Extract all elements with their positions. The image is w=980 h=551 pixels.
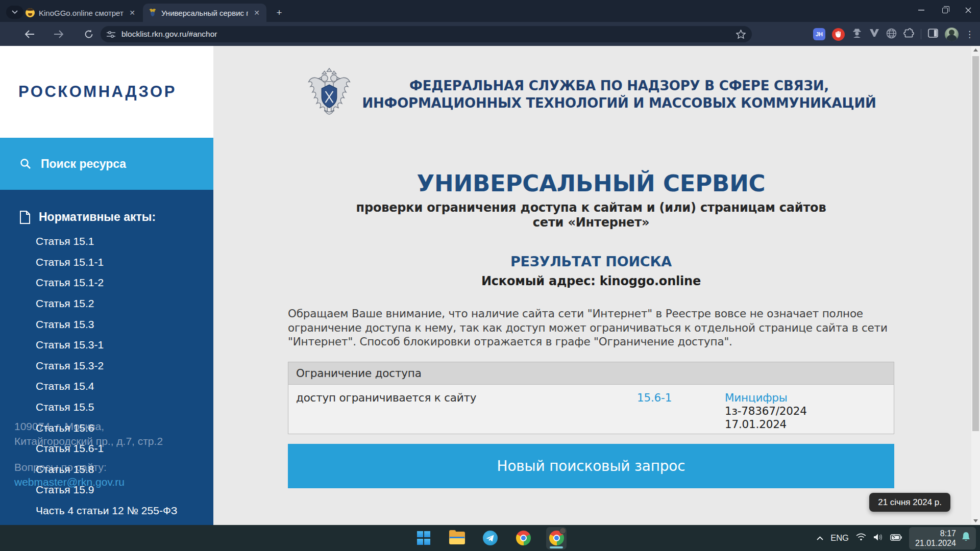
roskomnadzor-logo[interactable]: РОСКОМНАДЗОР: [0, 46, 213, 138]
sidebar-item-article[interactable]: Статья 15.8: [36, 459, 178, 480]
sidebar-item-article[interactable]: Статья 15.2: [36, 293, 178, 314]
language-indicator[interactable]: ENG: [830, 533, 849, 543]
tab-close-icon[interactable]: ✕: [252, 8, 261, 17]
document-icon: [19, 211, 31, 224]
restriction-cell: доступ ограничивается к сайту: [288, 391, 637, 434]
windows-logo-icon: [417, 531, 431, 545]
search-label: Поиск ресурса: [41, 157, 126, 171]
table-row: доступ ограничивается к сайту 15.6-1 Мин…: [288, 385, 894, 434]
sidebar-item-search[interactable]: Поиск ресурса: [0, 138, 213, 190]
chrome-icon: [516, 531, 531, 545]
back-icon: [24, 30, 35, 38]
sidebar-item-article[interactable]: Статья 15.3: [36, 314, 178, 335]
searched-address: Искомый адрес: kinoggo.online: [213, 274, 969, 288]
new-tab-button[interactable]: +: [273, 6, 286, 19]
federal-eagle-emblem: [306, 68, 353, 120]
sidebar-articles-list: Статья 15.1 Статья 15.1-1 Статья 15.1-2 …: [36, 231, 178, 521]
volume-icon[interactable]: [873, 533, 883, 543]
wifi-icon[interactable]: [856, 533, 866, 543]
forward-icon: [54, 30, 64, 38]
close-button[interactable]: [957, 0, 980, 20]
tab-close-icon[interactable]: ✕: [128, 8, 137, 17]
sidebar-item-article[interactable]: Статья 15.1-1: [36, 252, 178, 273]
browser-menu-icon[interactable]: ⋮: [965, 29, 974, 40]
blocker-hand-icon[interactable]: [832, 28, 845, 41]
sidebar-item-article[interactable]: Часть 4 статьи 12 № 255-ФЗ: [36, 500, 178, 521]
start-button[interactable]: [413, 527, 434, 549]
sidebar: РОСКОМНАДЗОР Поиск ресурса 109074, г. Мо…: [0, 46, 213, 525]
sidebar-item-article[interactable]: Статья 15.6-1: [36, 438, 178, 459]
window-controls: [910, 0, 980, 20]
result-title: РЕЗУЛЬТАТ ПОИСКА: [213, 254, 969, 269]
sidebar-item-article[interactable]: Статья 15.5: [36, 397, 178, 418]
site-settings-icon[interactable]: [107, 31, 115, 38]
extensions-row: JH ⋮: [813, 26, 974, 42]
browser-toolbar: blocklist.rkn.gov.ru/#anchor JH: [0, 22, 980, 46]
tray-time: 8:17: [915, 529, 956, 538]
reload-button[interactable]: [82, 27, 96, 41]
decision-date: 17.01.2024: [725, 418, 894, 431]
profile-avatar[interactable]: [945, 28, 959, 41]
service-subtitle-line2: сети «Интернет»: [213, 215, 969, 230]
table-header-restriction: Ограничение доступа: [288, 362, 894, 385]
main-content: ФЕДЕРАЛЬНАЯ СЛУЖБА ПО НАДЗОРУ В СФЕРЕ СВ…: [213, 46, 969, 525]
restore-icon: [942, 8, 948, 13]
back-button[interactable]: [22, 27, 37, 41]
jh-extension-icon[interactable]: JH: [813, 28, 825, 40]
scroll-up-arrow[interactable]: [971, 46, 980, 54]
globe-extension-icon[interactable]: [886, 28, 897, 41]
kinoggo-favicon-icon: [26, 8, 35, 17]
forward-button[interactable]: [52, 27, 66, 41]
service-subtitle-line1: проверки ограничения доступа к сайтам и …: [213, 201, 969, 215]
address-bar[interactable]: blocklist.rkn.gov.ru/#anchor: [101, 26, 752, 42]
telegram-button[interactable]: [480, 527, 500, 549]
sidebar-item-article[interactable]: Статья 15.4: [36, 376, 178, 397]
file-explorer-button[interactable]: [447, 527, 467, 549]
sidebar-item-article[interactable]: Статья 15.1: [36, 231, 178, 252]
chrome-button[interactable]: [513, 527, 533, 549]
chrome-active-window-button[interactable]: [546, 527, 567, 549]
tab-title: KinoGGo.online смотреть филь: [39, 9, 124, 17]
scroll-down-arrow[interactable]: [971, 517, 980, 525]
reload-icon: [84, 30, 93, 39]
taskbar-center: [413, 525, 567, 551]
page-scrollbar[interactable]: [971, 46, 980, 525]
scrollbar-thumb[interactable]: [972, 56, 979, 431]
screen: KinoGGo.online смотреть филь ✕ Универсал…: [0, 0, 980, 551]
article-link[interactable]: 15.6-1: [637, 391, 672, 404]
sidebar-item-article[interactable]: Статья 15.3-1: [36, 335, 178, 356]
bookmark-star-icon[interactable]: [736, 30, 746, 39]
minimize-button[interactable]: [910, 0, 933, 20]
extensions-puzzle-icon[interactable]: [903, 28, 914, 41]
tray-overflow-chevron[interactable]: [817, 534, 823, 542]
sidebar-item-article[interactable]: Статья 15.3-2: [36, 356, 178, 377]
chevron-down-icon: [12, 10, 18, 14]
authority-link[interactable]: Минцифры: [725, 391, 788, 404]
system-tray: ENG 8:17 21.01.2024: [817, 525, 976, 551]
battery-icon[interactable]: [890, 534, 902, 543]
telegram-icon: [483, 531, 498, 545]
browser-titlebar: KinoGGo.online смотреть филь ✕ Универсал…: [0, 0, 980, 22]
tray-date: 21.01.2024: [915, 538, 956, 548]
side-panel-icon[interactable]: [928, 28, 938, 40]
tab-universal-service[interactable]: Универсальный сервис прове ✕: [143, 4, 266, 22]
toolbar-separator: [921, 29, 921, 39]
sidebar-item-article[interactable]: Статья 15.6: [36, 417, 178, 438]
sidebar-item-article[interactable]: Статья 15.1-2: [36, 272, 178, 293]
result-table: Ограничение доступа доступ ограничиваетс…: [288, 362, 894, 434]
clock-block[interactable]: 8:17 21.01.2024: [909, 527, 976, 549]
page-content: РОСКОМНАДЗОР Поиск ресурса 109074, г. Мо…: [0, 46, 980, 525]
agency-header: ФЕДЕРАЛЬНАЯ СЛУЖБА ПО НАДЗОРУ В СФЕРЕ СВ…: [213, 46, 969, 120]
spy-extension-icon[interactable]: [851, 28, 863, 40]
tab-title: Универсальный сервис прове: [161, 9, 248, 17]
agency-name: ФЕДЕРАЛЬНАЯ СЛУЖБА ПО НАДЗОРУ В СФЕРЕ СВ…: [362, 77, 876, 112]
taskbar: ENG 8:17 21.01.2024: [0, 525, 980, 551]
restore-button[interactable]: [933, 0, 957, 20]
agency-name-line1: ФЕДЕРАЛЬНАЯ СЛУЖБА ПО НАДЗОРУ В СФЕРЕ СВ…: [362, 77, 876, 94]
notification-bell-icon[interactable]: [961, 532, 971, 544]
new-search-button[interactable]: Новый поисковый запрос: [288, 444, 894, 488]
tab-kinoggo[interactable]: KinoGGo.online смотреть филь ✕: [20, 4, 142, 22]
v-extension-icon[interactable]: [869, 29, 879, 40]
url-text[interactable]: blocklist.rkn.gov.ru/#anchor: [121, 30, 736, 39]
sidebar-item-article[interactable]: Статья 15.9: [36, 480, 178, 500]
